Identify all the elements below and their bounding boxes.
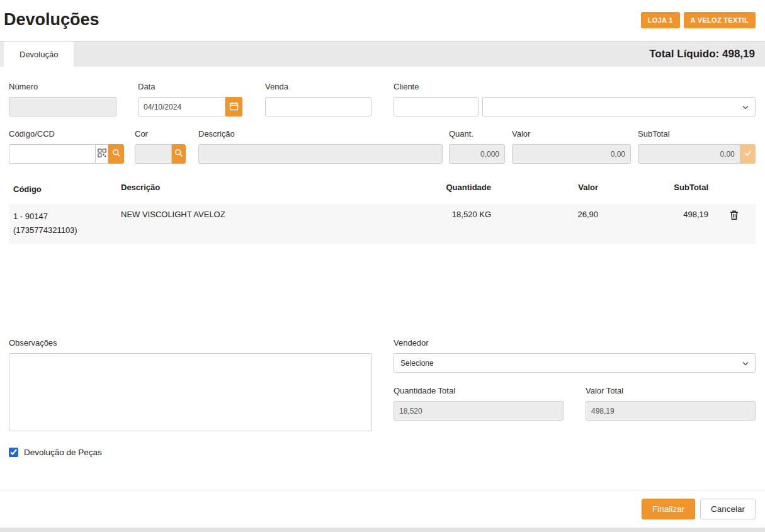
numero-input <box>9 97 116 116</box>
numero-label: Número <box>9 82 116 91</box>
data-label: Data <box>138 82 242 91</box>
form-row-1: Número Data Venda Client <box>9 82 756 116</box>
valor-total-label: Valor Total <box>586 386 756 395</box>
cliente-field: Cliente <box>394 82 756 116</box>
devolucao-pecas-row: Devolução de Peças <box>9 448 756 457</box>
company-badge[interactable]: A VELOZ TEXTIL <box>684 12 756 28</box>
chevron-down-icon <box>742 103 749 111</box>
descricao-label: Descrição <box>198 129 443 139</box>
codigo-field: Código/CCD <box>9 129 124 164</box>
cor-label: Cor <box>135 129 186 139</box>
cor-search-button[interactable] <box>172 144 186 164</box>
tab-devolucao[interactable]: Devolução <box>4 42 74 67</box>
trash-icon <box>729 213 739 222</box>
delete-item-button[interactable] <box>729 210 739 220</box>
cliente-input[interactable] <box>394 97 479 116</box>
descricao-field: Descrição <box>198 129 443 164</box>
item-codigo: 1 - 90147 <box>13 210 121 223</box>
quant-field: Quant. <box>449 129 505 164</box>
vendedor-label: Vendedor <box>394 338 756 348</box>
barcode-button[interactable] <box>96 144 109 164</box>
valor-label: Valor <box>512 129 631 139</box>
venda-label: Venda <box>265 82 371 91</box>
vendedor-select[interactable]: Selecione <box>394 353 756 373</box>
check-icon <box>744 149 752 159</box>
total-liquido: Total Líquido: 498,19 <box>649 48 765 60</box>
cell-valor: 26,90 <box>491 210 598 219</box>
totals-row: Quantidade Total Valor Total <box>394 386 756 421</box>
col-codigo: Código <box>9 183 121 196</box>
form-row-2: Código/CCD Cor <box>9 129 756 164</box>
quantidade-total-input <box>394 401 564 421</box>
cell-quantidade: 18,520 KG <box>416 210 491 219</box>
col-quantidade: Quantidade <box>416 183 491 192</box>
quant-label: Quant. <box>449 129 505 139</box>
subtotal-field: SubTotal <box>638 129 756 164</box>
observacoes-field: Observações <box>9 338 372 431</box>
valor-field: Valor <box>512 129 631 164</box>
subtotal-input <box>638 144 740 164</box>
totals-section: Vendedor Selecione Quantidade Total V <box>394 338 756 431</box>
header-badges: LOJA 1 A VELOZ TEXTIL <box>641 12 756 28</box>
footer-actions: Finalizar Cancelar <box>0 490 765 528</box>
table-header: Código Descrição Quantidade Valor SubTot… <box>9 176 756 204</box>
cor-field: Cor <box>135 129 186 164</box>
page-title: Devoluções <box>4 10 99 30</box>
data-input[interactable] <box>138 97 225 116</box>
confirm-item-button[interactable] <box>740 144 756 164</box>
calendar-button[interactable] <box>225 97 242 116</box>
col-valor: Valor <box>491 183 598 192</box>
cell-subtotal: 498,19 <box>598 210 708 219</box>
quantidade-total-label: Quantidade Total <box>394 386 564 395</box>
valor-input <box>512 144 631 164</box>
valor-total-input <box>586 401 756 421</box>
codigo-input[interactable] <box>9 144 96 164</box>
devolucoes-page: Devoluções LOJA 1 A VELOZ TEXTIL Devoluç… <box>0 0 765 528</box>
store-badge[interactable]: LOJA 1 <box>641 12 680 28</box>
main-content: Número Data Venda Client <box>0 67 765 475</box>
venda-input[interactable] <box>265 97 371 116</box>
col-descricao: Descrição <box>121 183 416 192</box>
bottom-section: Observações Vendedor Selecione <box>9 338 756 431</box>
cell-descricao: NEW VISCOLIGHT AVELOZ <box>121 210 416 219</box>
cor-input <box>135 144 172 164</box>
quantidade-total-field: Quantidade Total <box>394 386 564 421</box>
vendedor-select-value: Selecione <box>400 359 434 368</box>
item-codigo-barcode: (1735774321103) <box>13 224 121 237</box>
cancelar-button[interactable]: Cancelar <box>700 499 756 519</box>
vendedor-field: Vendedor Selecione <box>394 338 756 373</box>
devolucao-pecas-label[interactable]: Devolução de Peças <box>24 448 102 457</box>
valor-total-field: Valor Total <box>586 386 756 421</box>
barcode-icon <box>98 149 106 159</box>
cell-actions <box>708 210 756 220</box>
numero-field: Número <box>9 82 116 116</box>
page-header: Devoluções LOJA 1 A VELOZ TEXTIL <box>0 0 765 41</box>
cell-codigo: 1 - 90147 (1735774321103) <box>9 210 121 237</box>
codigo-search-button[interactable] <box>108 144 124 164</box>
cliente-select[interactable] <box>482 97 756 116</box>
calendar-icon <box>229 101 239 113</box>
codigo-label: Código/CCD <box>9 129 124 139</box>
search-icon <box>174 149 183 159</box>
cliente-label: Cliente <box>394 82 756 91</box>
observacoes-textarea[interactable] <box>9 353 372 431</box>
venda-field: Venda <box>265 82 371 116</box>
chevron-down-icon <box>742 359 749 368</box>
col-subtotal: SubTotal <box>598 183 708 192</box>
devolucao-pecas-checkbox[interactable] <box>9 448 18 457</box>
table-row: 1 - 90147 (1735774321103) NEW VISCOLIGHT… <box>9 204 756 244</box>
quant-input <box>449 144 505 164</box>
search-icon <box>112 149 121 159</box>
finalizar-button[interactable]: Finalizar <box>642 499 695 519</box>
subtotal-label: SubTotal <box>638 129 756 139</box>
observacoes-label: Observações <box>9 338 372 348</box>
data-field: Data <box>138 82 242 116</box>
descricao-input <box>198 144 443 164</box>
items-table: Código Descrição Quantidade Valor SubTot… <box>9 176 756 244</box>
spacer <box>9 244 756 338</box>
tab-strip: Devolução Total Líquido: 498,19 <box>0 41 765 67</box>
